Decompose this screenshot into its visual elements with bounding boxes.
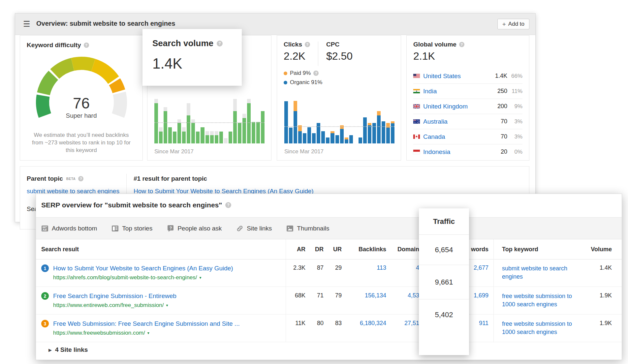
flag-id-icon: [413, 150, 420, 154]
chart-bar: [159, 127, 163, 143]
column-ur[interactable]: UR: [324, 239, 342, 259]
keywords-link[interactable]: 911: [469, 315, 493, 342]
bar-value-segment: [173, 132, 176, 143]
column-keywords[interactable]: words: [469, 239, 493, 259]
search-result-url-link[interactable]: https://www.freewebsubmission.com/: [53, 330, 145, 336]
top-keyword-link[interactable]: submit website to search engines: [502, 264, 582, 281]
column-dr[interactable]: DR: [305, 239, 324, 259]
domains-link[interactable]: 4,537: [386, 287, 423, 314]
add-to-button[interactable]: + Add to: [497, 19, 529, 29]
since-label: Since Mar 2017: [154, 148, 194, 155]
search-result-title-link[interactable]: How to Submit Your Website to Search Eng…: [53, 264, 233, 273]
help-icon[interactable]: ?: [78, 176, 83, 181]
site-links-icon: [236, 225, 243, 232]
backlinks-value[interactable]: 156,134: [365, 292, 386, 299]
column-ar[interactable]: AR: [286, 239, 305, 259]
bar-value-segment: [303, 133, 306, 143]
help-icon[interactable]: ?: [313, 71, 319, 76]
country-row: Canada703%: [413, 129, 522, 144]
country-link[interactable]: Indonesia: [423, 148, 487, 156]
bar-value-segment: [289, 128, 293, 143]
column-top-keyword[interactable]: Top keyword: [493, 239, 582, 259]
help-icon[interactable]: ?: [84, 43, 89, 48]
country-link[interactable]: Australia: [423, 118, 487, 125]
filter-label: Thumbnails: [297, 225, 329, 232]
volume-value: 1.4K: [582, 259, 622, 287]
backlinks-value[interactable]: 6,180,324: [360, 320, 386, 327]
serp-filter-thumbnails[interactable]: Thumbnails: [286, 225, 329, 232]
bar-value-segment: [242, 118, 246, 143]
country-link[interactable]: United Kingdom: [423, 103, 487, 110]
serp-filter-site-links[interactable]: Site links: [236, 225, 272, 232]
help-icon[interactable]: ?: [459, 42, 464, 47]
bar-value-segment: [154, 103, 158, 143]
search-result-title-link[interactable]: Free Search Engine Submission - Entirewe…: [53, 291, 176, 301]
site-links-toggle[interactable]: ▶4 Site links: [36, 342, 622, 357]
search-result-url-link[interactable]: https://www.entireweb.com/free_submissio…: [53, 302, 164, 309]
help-icon[interactable]: ?: [305, 42, 310, 47]
keywords-link[interactable]: 2,677: [469, 259, 493, 287]
backlinks-value[interactable]: 113: [377, 264, 386, 271]
serp-table-body: 1How to Submit Your Website to Search En…: [36, 259, 622, 357]
chart-bar: [261, 111, 265, 143]
volume-value: 1.9K: [582, 287, 622, 314]
domains-link[interactable]: 46: [386, 259, 423, 287]
keywords-value[interactable]: 1,699: [474, 292, 488, 299]
traffic-popup-title: Traffic: [419, 208, 469, 235]
bar-value-segment: [247, 103, 251, 143]
search-result-title-link[interactable]: Free Web Submission: Free Search Engine …: [53, 319, 240, 328]
bar-value-segment: [382, 121, 385, 143]
top-keyword-link[interactable]: free website submission to 1000 search e…: [502, 292, 582, 309]
search-volume-label: Search volume: [152, 38, 213, 48]
chart-bar: [187, 103, 190, 143]
url-dropdown-icon[interactable]: ▾: [147, 331, 149, 335]
serp-filter-people-also-ask[interactable]: ?People also ask: [167, 225, 222, 232]
backlinks-link[interactable]: 156,134: [342, 287, 386, 314]
backlinks-link[interactable]: 113: [342, 259, 386, 287]
url-dropdown-icon[interactable]: ▾: [166, 303, 168, 308]
paid-dot-icon: [284, 72, 287, 75]
top-keyword-link[interactable]: free website submission to 1000 search e…: [502, 320, 582, 336]
domains-link[interactable]: 27,513: [386, 315, 423, 342]
serp-feature-filterbar: AdAdwords bottomTop stories?People also …: [36, 217, 622, 239]
bar-cap-segment: [205, 131, 209, 135]
search-result-cell: 3Free Web Submission: Free Search Engine…: [36, 315, 286, 342]
chart-bar: [256, 122, 260, 143]
country-link[interactable]: United States: [423, 73, 487, 80]
column-backlinks[interactable]: Backlinks: [342, 239, 386, 259]
help-icon[interactable]: ?: [225, 202, 231, 208]
chart-bar: [303, 133, 306, 143]
column-volume[interactable]: Volume: [582, 239, 622, 259]
column-search-result[interactable]: Search result: [36, 239, 286, 259]
search-result-text: How to Submit Your Website to Search Eng…: [53, 264, 233, 283]
country-row: United Kingdom2009%: [413, 99, 522, 114]
chart-bar: [298, 125, 302, 143]
keywords-link[interactable]: 1,699: [469, 287, 493, 314]
keywords-value[interactable]: 2,677: [474, 264, 488, 271]
url-dropdown-icon[interactable]: ▾: [200, 275, 202, 280]
hamburger-menu-icon[interactable]: ☰: [23, 19, 30, 29]
keywords-value[interactable]: 911: [479, 320, 488, 327]
dr-value: 80: [305, 315, 324, 342]
column-domains[interactable]: Domains: [386, 239, 423, 259]
bar-value-segment: [335, 135, 339, 143]
caret-right-icon: ▶: [48, 348, 52, 352]
serp-filter-adwords[interactable]: AdAdwords bottom: [41, 225, 97, 232]
search-result-url-link[interactable]: https://ahrefs.com/blog/submit-website-t…: [53, 274, 197, 281]
country-link[interactable]: Canada: [423, 133, 487, 140]
serp-filter-top-stories[interactable]: Top stories: [111, 225, 152, 232]
chart-bar: [345, 137, 348, 143]
bar-cap-segment: [187, 103, 190, 115]
chart-bar: [242, 114, 246, 143]
flag-gb-icon: [413, 104, 420, 108]
organic-legend: Organic 91%: [284, 79, 322, 86]
top-keyword-cell: submit website to search engines: [493, 259, 582, 287]
ur-value: 29: [324, 259, 342, 287]
help-icon[interactable]: ?: [217, 41, 223, 46]
country-link[interactable]: India: [423, 88, 487, 95]
country-volume: 1.4K: [487, 73, 507, 79]
beta-badge: BETA: [66, 177, 76, 181]
position-badge: 1: [41, 264, 49, 272]
backlinks-link[interactable]: 6,180,324: [342, 315, 386, 342]
bar-value-segment: [159, 132, 163, 143]
